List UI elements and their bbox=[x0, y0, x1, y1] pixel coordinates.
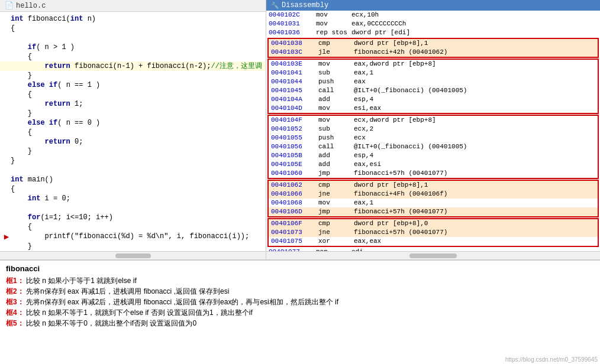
code-line-25: } bbox=[0, 242, 266, 251]
code-line-16: } bbox=[0, 156, 266, 165]
code-line-1: int fibonacci(int n) bbox=[0, 14, 266, 24]
explanation-label-1: 框1： bbox=[6, 277, 24, 285]
code-line-19: { bbox=[0, 184, 266, 194]
code-text-10: return 1; bbox=[11, 99, 83, 109]
code-editor: 📄 hello.c int fibonacci(int n) { bbox=[0, 0, 266, 259]
asm-box-4: 00401062 cmp dword ptr [ebp+8],1 0040106… bbox=[267, 180, 599, 217]
explanation-item-3: 框3： 先将n保存到 eax 再减2后，进栈调用 fibonacci ,返回值 … bbox=[6, 297, 594, 307]
asm-row-0: 0040102C mov ecx,10h bbox=[266, 11, 600, 20]
explanation-label-4: 框4： bbox=[6, 308, 24, 317]
code-line-18: int main() bbox=[0, 175, 266, 184]
code-text-14: return 0; bbox=[11, 137, 83, 147]
code-line-14: return 0; bbox=[0, 137, 266, 147]
watermark: https://blog.csdn.net/m0_37599645 bbox=[505, 356, 598, 363]
explanation-text-4: 比较 n 如果不等于1，就跳到下个else if 否则 设置返回值为1，跳出整个… bbox=[26, 308, 253, 317]
asm-box-1: 00401038 cmp dword ptr [ebp+8],1 0040103… bbox=[267, 38, 599, 58]
code-text-23: { bbox=[11, 222, 32, 232]
explanation-label-5: 框5： bbox=[6, 319, 24, 327]
asm-row-18: 00401062 cmp dword ptr [ebp+8],1 bbox=[269, 181, 598, 190]
asm-row-13: 00401055 push ecx bbox=[269, 134, 598, 142]
asm-row-16: 0040105E add eax,esi bbox=[269, 160, 598, 169]
code-content[interactable]: int fibonacci(int n) { if( n > 1 ) { bbox=[0, 12, 266, 251]
code-line-9: { bbox=[0, 90, 266, 99]
code-text-15: } bbox=[11, 147, 32, 156]
explanation-text-5: 比较 n 如果不等于0，就跳出整个if否则 设置返回值为0 bbox=[26, 319, 196, 327]
asm-row-22: 0040106F cmp dword ptr [ebp+8],0 bbox=[269, 219, 598, 228]
code-line-6: return fibonacci(n-1) + fibonacci(n-2);/… bbox=[0, 61, 266, 71]
asm-row-14: 00401056 call @ILT+0(_fibonacci) (004010… bbox=[269, 142, 598, 151]
code-line-13: { bbox=[0, 128, 266, 137]
asm-row-12: 00401052 sub ecx,2 bbox=[269, 125, 598, 134]
explanation-text-2: 先将n保存到 eax 再减1后，进栈调用 fibonacci ,返回值 保存到e… bbox=[26, 287, 229, 295]
code-line-2: { bbox=[0, 24, 266, 33]
explanation-label-2: 框2： bbox=[6, 287, 24, 295]
code-line-17 bbox=[0, 165, 266, 175]
code-text-5: { bbox=[11, 52, 32, 61]
asm-row-8: 00401045 call @ILT+0(_fibonacci) (004010… bbox=[269, 86, 598, 95]
code-text-25: } bbox=[11, 242, 32, 251]
code-line-24: ▶ printf("fibonacci(%d) = %d\n", i, fibo… bbox=[0, 232, 266, 242]
code-line-3 bbox=[0, 33, 266, 43]
asm-row-21: 0040106D jmp fibonacci+57h (00401077) bbox=[269, 207, 598, 216]
code-text-11: } bbox=[11, 109, 32, 118]
disassembly-content[interactable]: 0040102C mov ecx,10h 00401031 mov eax,0C… bbox=[266, 11, 600, 251]
asm-row-6: 00401041 sub eax,1 bbox=[269, 69, 598, 77]
asm-row-9: 0040104A add esp,4 bbox=[269, 95, 598, 104]
asm-row-19: 00401066 jne fibonacci+4Fh (0040106f) bbox=[269, 190, 598, 199]
disassembly-icon: 🔧 bbox=[271, 2, 279, 9]
asm-row-7: 00401044 push eax bbox=[269, 77, 598, 86]
explanation-item-5: 框5： 比较 n 如果不等于0，就跳出整个if否则 设置返回值为0 bbox=[6, 318, 594, 329]
asm-row-23: 00401073 jne fibonacci+57h (00401077) bbox=[269, 228, 598, 237]
code-line-11: } bbox=[0, 109, 266, 118]
code-text-1: int fibonacci(int n) bbox=[11, 14, 96, 24]
code-text-9: { bbox=[11, 90, 32, 99]
file-icon: 📄 bbox=[5, 1, 14, 10]
code-line-10: return 1; bbox=[0, 99, 266, 109]
breakpoint-area-24[interactable]: ▶ bbox=[2, 232, 11, 242]
disassembly-scrollbar-thumb[interactable] bbox=[409, 254, 457, 258]
disassembly-panel: 🔧 Disassembly 0040102C mov ecx,10h 00401… bbox=[266, 0, 600, 259]
code-text-18: int main() bbox=[11, 175, 53, 184]
asm-box-2: 0040103E mov eax,dword ptr [ebp+8] 00401… bbox=[267, 58, 599, 114]
code-text-7: } bbox=[11, 71, 32, 80]
code-text-8: else if( n == 1 ) bbox=[11, 80, 100, 90]
code-line-23: { bbox=[0, 222, 266, 232]
arrow-icon: ▶ bbox=[4, 232, 9, 242]
code-text-24: printf("fibonacci(%d) = %d\n", i, fibona… bbox=[11, 232, 249, 241]
code-text-21 bbox=[11, 203, 15, 213]
asm-row-5: 0040103E mov eax,dword ptr [ebp+8] bbox=[269, 60, 598, 69]
code-text-16: } bbox=[11, 156, 15, 165]
scrollbar-thumb[interactable] bbox=[115, 254, 151, 258]
disassembly-header: 🔧 Disassembly bbox=[266, 0, 600, 11]
code-text-6: return fibonacci(n-1) + fibonacci(n-2);/… bbox=[11, 61, 262, 71]
asm-row-4: 0040103C jle fibonacci+42h (00401062) bbox=[269, 48, 598, 57]
code-text-2: { bbox=[11, 24, 15, 33]
code-text-13: { bbox=[11, 128, 32, 137]
asm-row-3: 00401038 cmp dword ptr [ebp+8],1 bbox=[269, 39, 598, 48]
explanation-item-2: 框2： 先将n保存到 eax 再减1后，进栈调用 fibonacci ,返回值 … bbox=[6, 286, 594, 297]
code-line-21 bbox=[0, 203, 266, 213]
asm-row-10: 0040104D mov esi,eax bbox=[269, 104, 598, 113]
asm-row-17: 00401060 jmp fibonacci+57h (00401077) bbox=[269, 169, 598, 178]
editor-tab[interactable]: 📄 hello.c bbox=[0, 0, 266, 12]
code-text-17 bbox=[11, 165, 15, 175]
asm-row-11: 0040104F mov ecx,dword ptr [ebp+8] bbox=[269, 116, 598, 125]
asm-box-3: 0040104F mov ecx,dword ptr [ebp+8] 00401… bbox=[267, 115, 599, 179]
top-area: 📄 hello.c int fibonacci(int n) { bbox=[0, 0, 600, 260]
asm-row-15: 0040105B add esp,4 bbox=[269, 151, 598, 160]
explanation-text-3: 先将n保存到 eax 再减2后，进栈调用 fibonacci ,返回值 保存到e… bbox=[26, 298, 338, 306]
explanation-label-3: 框3： bbox=[6, 298, 24, 306]
code-text-3 bbox=[11, 33, 15, 43]
explanation-area: fibonacci 框1： 比较 n 如果小于等于1 就跳到else if 框2… bbox=[0, 260, 600, 364]
asm-row-24: 00401075 xor eax,eax bbox=[269, 237, 598, 246]
asm-row-20: 00401068 mov eax,1 bbox=[269, 199, 598, 207]
disassembly-scrollbar[interactable] bbox=[266, 251, 600, 259]
code-line-5: { bbox=[0, 52, 266, 61]
asm-row-1: 00401031 mov eax,0CCCCCCCCh bbox=[266, 20, 600, 28]
code-line-22: for(i=1; i<=10; i++) bbox=[0, 213, 266, 222]
editor-scrollbar[interactable] bbox=[0, 251, 266, 259]
code-text-22: for(i=1; i<=10; i++) bbox=[11, 213, 113, 222]
asm-box-5: 0040106F cmp dword ptr [ebp+8],0 0040107… bbox=[267, 218, 599, 247]
code-text-19: { bbox=[11, 184, 15, 194]
code-line-4: if( n > 1 ) bbox=[0, 43, 266, 52]
